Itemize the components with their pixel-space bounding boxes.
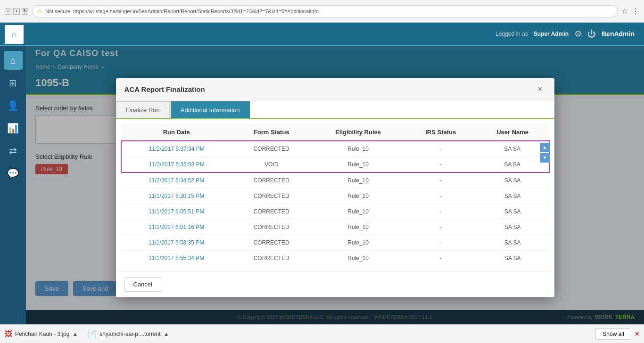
cell-irs-status: - [405,219,476,235]
sidebar-item-reports[interactable]: 📊 [4,119,23,138]
settings-icon[interactable]: ⚙ [574,29,582,39]
table-row: 11/1/2017 6:05:51 PM CORRECTED Rule_10 -… [121,204,549,219]
cell-user-name: SA SA [476,141,549,157]
cell-eligibility-rules: Rule_10 [311,235,405,250]
power-icon[interactable]: ⏻ [587,29,596,39]
modal-body: Run Date Form Status Eligibility Rules I… [116,119,554,271]
modal-title: ACA Report Finalization [124,85,205,93]
cell-eligibility-rules: Rule_10 [311,204,405,219]
modal-footer: Cancel [116,271,554,297]
main-content: For QA CAISO test Home » Company Home » … [26,46,644,343]
cell-irs-status: - [405,172,476,188]
browser-nav-controls: ‹ › ↻ [5,8,28,15]
home-logo: ⌂ [5,25,24,44]
cell-user-name: SA SA [476,156,549,172]
cell-eligibility-rules: Rule_10 [311,188,405,204]
top-navigation: ⌂ Logged in as Super Admin ⚙ ⏻ BenAdmin [0,23,644,46]
bookmark-icon[interactable]: ☆ [621,7,628,16]
browser-forward-button[interactable]: › [13,8,20,15]
cell-irs-status: - [405,204,476,219]
security-warning-text: Not secure [45,8,70,14]
download-file-icon-1: 🖼 [5,330,12,338]
users-icon: 👤 [7,100,19,111]
home-nav-icon: ⌂ [10,55,16,66]
cell-form-status: CORRECTED [232,141,311,157]
table-row: 11/1/2017 6:01:16 PM CORRECTED Rule_10 -… [121,219,549,235]
col-run-date: Run Date [121,124,232,141]
sidebar-item-transfer[interactable]: ⇄ [4,141,23,160]
table-row: 11/1/2017 5:55:34 PM CORRECTED Rule_10 -… [121,250,549,266]
cancel-button[interactable]: Cancel [124,277,161,292]
cell-eligibility-rules: Rule_10 [311,156,405,172]
cell-eligibility-rules: Rule_10 [311,250,405,266]
cell-user-name: SA SA [476,250,549,266]
cell-run-date[interactable]: 11/1/2017 6:20:15 PM [121,188,232,204]
close-download-bar-button[interactable]: × [635,330,639,338]
modal-tabs: Finalize Run Additional Information [116,101,554,119]
user-role-label: Super Admin [534,31,569,37]
sidebar-item-modules[interactable]: ⊞ [4,74,23,92]
app-name-label[interactable]: BenAdmin [602,30,635,38]
cell-run-date[interactable]: 11/1/2017 6:01:16 PM [121,219,232,235]
tab-finalize-run[interactable]: Finalize Run [116,101,170,118]
browser-actions: ☆ ⋮ [621,7,639,16]
modal-close-button[interactable]: × [535,84,546,95]
show-all-button[interactable]: Show all [595,328,631,340]
table-row: 11/2/2017 5:37:34 PM CORRECTED Rule_10 -… [121,141,549,157]
reports-icon: 📊 [7,122,19,134]
tab-additional-info[interactable]: Additional Information [171,101,250,118]
scroll-up-button[interactable]: ▲ [540,143,550,152]
cell-eligibility-rules: Rule_10 [311,172,405,188]
scroll-down-button[interactable]: ▼ [540,153,550,163]
table-row: 11/1/2017 5:58:35 PM CORRECTED Rule_10 -… [121,235,549,250]
download-file-icon-2: 📄 [87,329,97,338]
browser-reload-button[interactable]: ↻ [22,8,28,15]
browser-chrome: ‹ › ↻ ⚠ Not secure https://wt-stage.harb… [0,0,644,23]
col-user-name: User Name [476,124,549,141]
table-row: 11/2/2017 5:35:58 PM VOID Rule_10 - SA S… [121,156,549,172]
cell-run-date[interactable]: 11/1/2017 5:58:35 PM [121,235,232,250]
app-container: ⌂ Logged in as Super Admin ⚙ ⏻ BenAdmin … [0,23,644,343]
cell-form-status: CORRECTED [232,204,311,219]
table-row: 11/1/2017 6:20:15 PM CORRECTED Rule_10 -… [121,188,549,204]
download-expand-2[interactable]: ▲ [164,331,169,337]
sidebar-item-users[interactable]: 👤 [4,96,23,115]
url-bar[interactable]: ⚠ Not secure https://wt-stage.harbinger.… [32,5,618,17]
download-filename-1: Pehchan Kaun - 3.jpg [15,331,69,337]
url-text: https://wt-stage.harbinger.in/BenAdmin/R… [73,8,319,14]
cell-run-date[interactable]: 11/2/2017 5:35:58 PM [121,156,232,172]
cell-irs-status: - [405,250,476,266]
cell-user-name: SA SA [476,188,549,204]
logged-in-label: Logged in as [495,31,528,37]
cell-form-status: CORRECTED [232,235,311,250]
download-filename-2: shyamchi-aai-p....torrent [99,331,160,337]
cell-form-status: CORRECTED [232,219,311,235]
cell-form-status: VOID [232,156,311,172]
cell-irs-status: - [405,156,476,172]
modal-overlay: ACA Report Finalization × Finalize Run A… [26,46,644,343]
cell-user-name: SA SA [476,235,549,250]
cell-user-name: SA SA [476,204,549,219]
download-expand-1[interactable]: ▲ [72,331,78,337]
modal-dialog: ACA Report Finalization × Finalize Run A… [116,78,554,297]
browser-back-button[interactable]: ‹ [5,8,11,15]
cell-form-status: CORRECTED [232,172,311,188]
modules-icon: ⊞ [9,77,17,89]
sidebar-item-home[interactable]: ⌂ [4,51,23,70]
menu-icon[interactable]: ⋮ [632,7,639,16]
scroll-controls: ▲ ▼ [540,143,550,163]
cell-run-date[interactable]: 11/1/2017 5:55:34 PM [121,250,232,266]
top-nav-right: Logged in as Super Admin ⚙ ⏻ BenAdmin [495,29,635,39]
security-warning-icon: ⚠ [37,8,42,15]
col-eligibility-rules: Eligibility Rules [311,124,405,141]
cell-run-date[interactable]: 11/2/2017 5:34:52 PM [121,172,232,188]
sidebar: ⌂ ⊞ 👤 📊 ⇄ 💬 [0,46,26,343]
cell-run-date[interactable]: 11/2/2017 5:37:34 PM [121,141,232,157]
cell-run-date[interactable]: 11/1/2017 6:05:51 PM [121,204,232,219]
col-irs-status: IRS Status [405,124,476,141]
transfer-icon: ⇄ [9,145,17,156]
sidebar-item-chat[interactable]: 💬 [4,164,23,183]
download-item-1: 🖼 Pehchan Kaun - 3.jpg ▲ [5,330,78,338]
download-bar-actions: Show all × [595,328,639,340]
table-row: 11/2/2017 5:34:52 PM CORRECTED Rule_10 -… [121,172,549,188]
